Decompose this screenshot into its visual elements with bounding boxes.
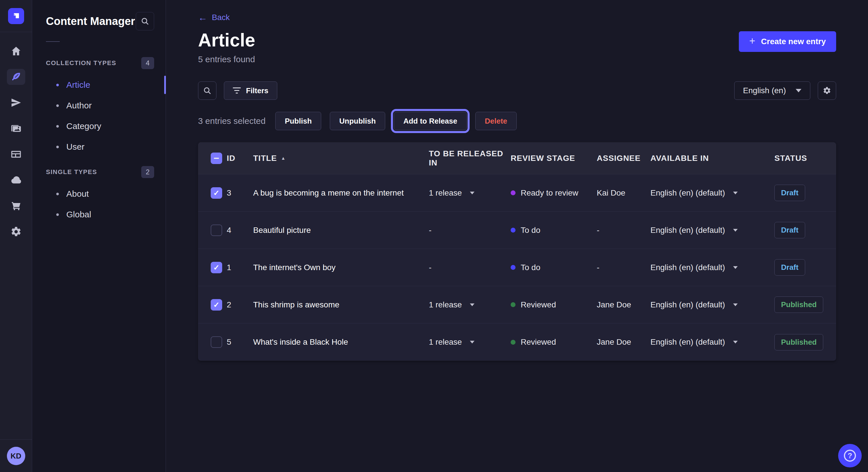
cell-review-stage: Reviewed <box>510 338 597 347</box>
content-manager-subnav: Content Manager COLLECTION TYPES 4 Artic… <box>32 0 166 472</box>
bullet-icon <box>56 193 59 195</box>
marketplace-cart-icon[interactable] <box>7 198 25 214</box>
cell-title: This shrimp is awesome <box>253 300 429 309</box>
cell-status: Draft <box>774 185 836 201</box>
cell-review-stage: To do <box>510 226 597 235</box>
locale-select[interactable]: English (en) <box>734 81 810 100</box>
releases-icon[interactable] <box>7 95 25 111</box>
locale-text: English (en) (default) <box>650 226 725 235</box>
status-badge: Draft <box>774 222 805 238</box>
nav-icons <box>7 43 25 472</box>
indeterminate-dash-icon <box>214 158 219 159</box>
subnav-section: COLLECTION TYPES 4 Article Author Catego… <box>32 55 166 157</box>
filter-icon <box>233 88 241 94</box>
table-body: ✓ 3 A bug is becoming a meme on the inte… <box>198 174 836 361</box>
subnav-search-button[interactable] <box>136 12 154 30</box>
row-checkbox[interactable]: ✓ <box>211 187 222 199</box>
table-row[interactable]: 4 Beautiful picture - To do - English (e… <box>198 212 836 249</box>
arrow-left-icon: ← <box>198 13 207 22</box>
back-link[interactable]: ← Back <box>198 13 229 22</box>
create-new-entry-button[interactable]: + Create new entry <box>739 31 836 52</box>
stage-dot-icon <box>510 228 516 233</box>
add-to-release-button[interactable]: Add to Release <box>394 112 467 130</box>
stage-label: To do <box>521 263 540 272</box>
locale-chevron-icon[interactable] <box>733 341 738 343</box>
subnav-item-about[interactable]: About <box>32 183 166 204</box>
release-chevron-icon[interactable] <box>470 192 474 194</box>
subnav-item-article[interactable]: Article <box>32 74 166 95</box>
stage-label: To do <box>521 226 540 235</box>
subnav-item-author[interactable]: Author <box>32 95 166 116</box>
row-checkbox[interactable]: ✓ <box>211 262 222 273</box>
stage-dot-icon <box>510 265 516 270</box>
release-chevron-icon[interactable] <box>470 303 474 306</box>
subnav-item-label: Article <box>66 80 90 90</box>
home-icon[interactable] <box>7 43 25 59</box>
column-header-review-stage[interactable]: REVIEW STAGE <box>510 154 597 163</box>
check-icon: ✓ <box>213 301 220 308</box>
locale-text: English (en) (default) <box>650 189 725 198</box>
column-header-assignee[interactable]: ASSIGNEE <box>597 154 650 163</box>
subnav-item-label: Author <box>66 101 92 110</box>
column-header-to-be-released-in[interactable]: TO BE RELEASED IN <box>429 149 510 167</box>
bullet-icon <box>56 146 59 148</box>
selection-count-text: 3 entries selected <box>198 116 266 126</box>
select-all-checkbox[interactable] <box>211 153 222 164</box>
status-badge: Published <box>774 334 823 350</box>
strapi-logo[interactable] <box>8 8 24 24</box>
cell-available-in: English (en) (default) <box>650 263 774 272</box>
unpublish-button[interactable]: Unpublish <box>330 112 385 130</box>
content-manager-icon[interactable] <box>7 69 25 85</box>
column-header-available-in[interactable]: AVAILABLE IN <box>650 154 774 163</box>
locale-chevron-icon[interactable] <box>733 192 738 194</box>
table-row[interactable]: ✓ 1 The internet's Own boy - To do - Eng… <box>198 249 836 286</box>
cell-title: What's inside a Black Hole <box>253 338 429 347</box>
subnav-item-label: Category <box>66 121 101 131</box>
column-header-id[interactable]: ID <box>227 154 253 163</box>
table-row[interactable]: ✓ 3 A bug is becoming a meme on the inte… <box>198 174 836 212</box>
locale-text: English (en) (default) <box>650 263 725 272</box>
content-type-builder-icon[interactable] <box>7 146 25 162</box>
cell-assignee: - <box>597 263 650 272</box>
locale-selected-value: English (en) <box>743 86 786 95</box>
sort-asc-icon: ▲ <box>281 156 286 161</box>
cell-id: 3 <box>227 189 253 198</box>
status-badge: Draft <box>774 185 805 201</box>
cell-assignee: Jane Doe <box>597 300 650 309</box>
search-icon <box>203 86 212 95</box>
subnav-item-global[interactable]: Global <box>32 204 166 225</box>
settings-gear-icon[interactable] <box>7 224 25 240</box>
subnav-item-category[interactable]: Category <box>32 116 166 136</box>
column-header-status[interactable]: STATUS <box>774 154 836 163</box>
stage-dot-icon <box>510 340 516 345</box>
locale-chevron-icon[interactable] <box>733 229 738 232</box>
media-library-icon[interactable] <box>7 121 25 136</box>
stage-label: Reviewed <box>521 300 556 309</box>
section-label: SINGLE TYPES <box>46 168 97 176</box>
delete-button[interactable]: Delete <box>475 112 517 130</box>
help-button[interactable]: ? <box>838 444 862 467</box>
row-checkbox[interactable]: ✓ <box>211 299 222 310</box>
column-header-title[interactable]: TITLE ▲ <box>253 154 429 163</box>
table-row[interactable]: ✓ 2 This shrimp is awesome 1 release Rev… <box>198 286 836 324</box>
cell-review-stage: Reviewed <box>510 300 597 309</box>
release-chevron-icon[interactable] <box>470 341 474 343</box>
row-checkbox[interactable] <box>211 336 222 348</box>
table-search-button[interactable] <box>198 81 216 100</box>
plus-icon: + <box>749 36 755 46</box>
locale-text: English (en) (default) <box>650 300 725 309</box>
section-count-badge: 4 <box>141 57 154 69</box>
stage-dot-icon <box>510 191 516 195</box>
table-row[interactable]: 5 What's inside a Black Hole 1 release R… <box>198 324 836 361</box>
user-avatar[interactable]: KD <box>7 447 25 465</box>
locale-chevron-icon[interactable] <box>733 266 738 269</box>
cell-id: 5 <box>227 338 253 347</box>
deploy-cloud-icon[interactable] <box>7 172 25 188</box>
row-checkbox[interactable] <box>211 225 222 236</box>
filters-button[interactable]: Filters <box>224 81 277 100</box>
publish-button[interactable]: Publish <box>275 112 321 130</box>
subnav-item-user[interactable]: User <box>32 136 166 157</box>
view-settings-button[interactable] <box>818 81 836 100</box>
cell-review-stage: To do <box>510 263 597 272</box>
locale-chevron-icon[interactable] <box>733 303 738 306</box>
